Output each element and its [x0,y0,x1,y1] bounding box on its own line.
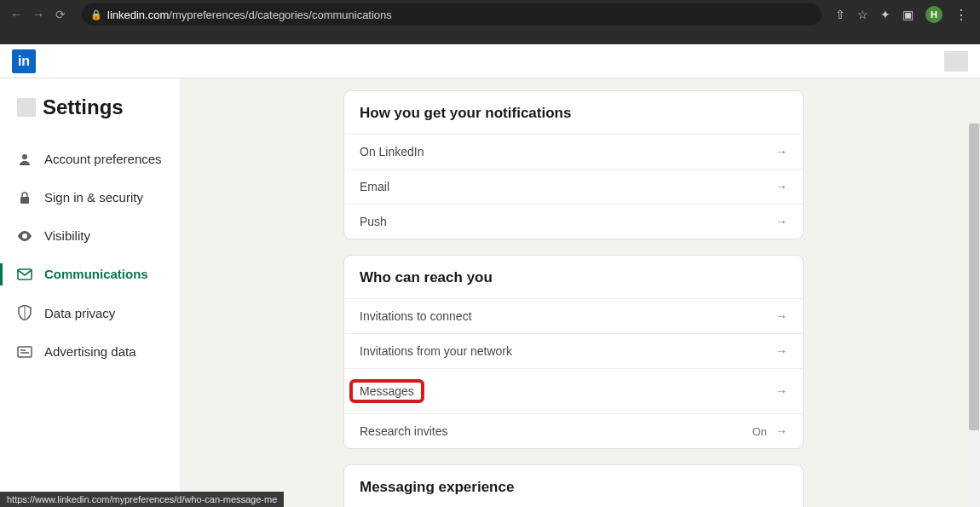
menu-icon[interactable]: ⋮ [954,7,968,23]
row-label: Email [360,180,389,193]
section-reach-you: Who can reach you Invitations to connect… [343,255,804,449]
sidebar-item-label: Data privacy [44,306,115,320]
arrow-right-icon: → [775,309,787,323]
sidebar-item-signin[interactable]: Sign in & security [17,178,180,216]
row-invitations-connect[interactable]: Invitations to connect → [344,298,803,333]
arrow-right-icon: → [775,344,787,358]
sidebar-item-label: Communications [44,267,148,281]
row-invitations-network[interactable]: Invitations from your network → [344,333,803,368]
arrow-right-icon: → [775,215,787,228]
chrome-actions: ⇧ ☆ ✦ ▣ H ⋮ [835,6,968,23]
lock-icon [17,191,32,205]
row-label: Research invites [360,424,448,438]
section-title: How you get your notifications [344,91,803,134]
sidebar-item-visibility[interactable]: Visibility [17,216,180,255]
browser-toolbar: ← → ⟳ 🔒 linkedin.com/mypreferences/d/cat… [0,0,980,29]
page: Settings Account preferences Sign in & s… [0,78,980,507]
app-header: in [0,44,980,78]
browser-status-bar: https://www.linkedin.com/mypreferences/d… [0,492,284,507]
sidebar-item-label: Account preferences [44,152,162,166]
page-title: Settings [43,95,124,119]
sidebar-item-label: Sign in & security [44,190,143,205]
row-email[interactable]: Email → [344,169,803,204]
sidebar: Settings Account preferences Sign in & s… [0,78,180,507]
svg-point-0 [22,154,27,159]
row-label-highlighted: Messages [349,379,424,403]
section-messaging-experience: Messaging experience Read receipts and t… [343,464,804,507]
row-label: On LinkedIn [360,145,424,158]
sidebar-item-advertising[interactable]: Advertising data [17,332,180,371]
section-title: Who can reach you [344,256,803,298]
sidebar-item-communications[interactable]: Communications [17,255,180,293]
title-icon-placeholder [17,98,36,117]
browser-sub-bar [0,29,980,44]
lock-icon: 🔒 [90,9,102,20]
panel-icon[interactable]: ▣ [902,8,914,21]
row-label: Invitations to connect [360,309,472,323]
vertical-scrollbar[interactable] [968,123,980,507]
content-area: How you get your notifications On Linked… [180,78,980,507]
row-status: On [752,425,767,438]
profile-avatar[interactable]: H [925,6,943,23]
svg-rect-1 [20,197,29,204]
scrollbar-thumb[interactable] [969,124,979,430]
arrow-right-icon: → [775,180,787,193]
row-label: Push [360,215,387,228]
ad-icon [17,346,32,358]
sidebar-item-label: Advertising data [44,344,136,359]
arrow-right-icon: → [775,424,787,438]
sidebar-item-label: Visibility [44,228,90,243]
arrow-right-icon: → [775,384,787,398]
star-icon[interactable]: ☆ [857,8,868,21]
row-messages[interactable]: Messages → [344,368,803,413]
extensions-icon[interactable]: ✦ [880,8,891,21]
arrow-right-icon: → [775,145,787,158]
page-title-row: Settings [17,95,180,119]
sidebar-item-account[interactable]: Account preferences [17,140,180,178]
linkedin-logo[interactable]: in [12,49,36,73]
person-icon [17,153,32,166]
header-user-placeholder[interactable] [944,51,968,72]
reload-button[interactable]: ⟳ [53,8,68,21]
row-label: Invitations from your network [360,344,512,358]
mail-icon [17,268,32,280]
share-icon[interactable]: ⇧ [835,8,845,21]
section-title: Messaging experience [344,465,803,507]
eye-icon [17,231,32,241]
forward-button[interactable]: → [31,8,46,21]
row-on-linkedin[interactable]: On LinkedIn → [344,134,803,169]
url-bar[interactable]: 🔒 linkedin.com/mypreferences/d/categorie… [82,3,821,26]
row-push[interactable]: Push → [344,204,803,239]
back-button[interactable]: ← [9,8,24,21]
sidebar-nav: Account preferences Sign in & security V… [17,140,180,371]
row-research-invites[interactable]: Research invites On → [344,413,803,448]
svg-rect-3 [18,347,32,357]
sidebar-item-privacy[interactable]: Data privacy [17,293,180,332]
url-text: linkedin.com/mypreferences/d/categories/… [107,9,392,21]
section-notifications: How you get your notifications On Linked… [343,90,804,239]
shield-icon [17,305,32,320]
